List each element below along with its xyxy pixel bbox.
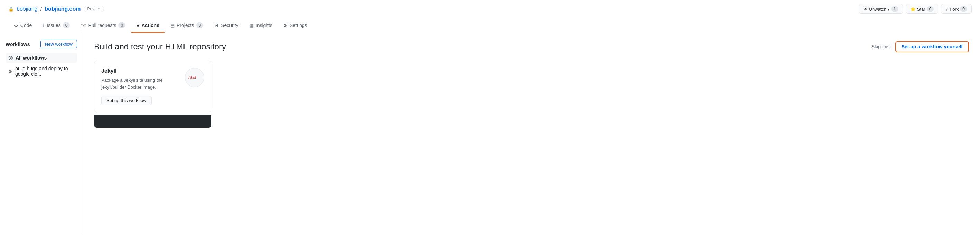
sidebar-item-build-hugo[interactable]: build hugo and deploy to google clo... (6, 64, 77, 79)
tab-issues[interactable]: Issues 0 (37, 18, 75, 33)
actions-icon (137, 22, 139, 28)
workflow-icon (8, 69, 13, 74)
eye-icon (863, 6, 868, 12)
skip-text: Skip this: (872, 44, 891, 50)
svg-text:Jekyll: Jekyll (188, 76, 196, 79)
security-icon (214, 22, 219, 28)
tab-settings[interactable]: Settings (278, 18, 313, 33)
main-layout: Workflows New workflow All workflows bui… (0, 33, 980, 233)
unwatch-button[interactable]: Unwatch 1 (859, 4, 903, 14)
fork-button[interactable]: Fork 0 (941, 4, 972, 14)
code-icon (14, 22, 18, 28)
all-workflows-label: All workflows (16, 55, 47, 61)
tab-security[interactable]: Security (209, 18, 244, 33)
tab-insights-label: Insights (256, 22, 272, 28)
repo-identity: bobjiang / bobjiang.com Private (8, 6, 104, 13)
jekyll-logo-svg: Jekyll (188, 74, 202, 82)
projects-icon (170, 22, 175, 28)
star-count: 0 (927, 6, 934, 12)
repo-separator: / (40, 6, 42, 13)
repo-name-link[interactable]: bobjiang.com (45, 6, 81, 12)
sidebar: Workflows New workflow All workflows bui… (0, 33, 83, 233)
tab-actions[interactable]: Actions (131, 18, 165, 33)
new-workflow-button[interactable]: New workflow (40, 40, 77, 48)
page-title: Build and test your HTML repository (94, 42, 226, 51)
workflow-card-info: Jekyll Package a Jekyll site using the j… (101, 68, 185, 105)
fork-count: 0 (960, 6, 967, 12)
pr-badge: 0 (118, 22, 126, 28)
topbar: bobjiang / bobjiang.com Private Unwatch … (0, 0, 980, 18)
fork-label: Fork (950, 6, 959, 12)
private-badge: Private (84, 6, 104, 13)
settings-icon (283, 22, 288, 28)
card-dark-stripe (94, 115, 212, 128)
tab-insights[interactable]: Insights (244, 18, 278, 33)
repo-owner-link[interactable]: bobjiang (17, 6, 38, 12)
sidebar-item-all-workflows[interactable]: All workflows (6, 53, 77, 63)
all-workflows-icon (8, 54, 13, 61)
tab-code-label: Code (21, 22, 32, 28)
workflow-card-jekyll: Jekyll Package a Jekyll site using the j… (94, 61, 212, 112)
set-up-workflow-button[interactable]: Set up this workflow (101, 96, 152, 105)
lock-icon (8, 6, 14, 12)
sidebar-header: Workflows New workflow (6, 40, 77, 48)
pr-icon (81, 22, 86, 28)
tab-projects-label: Projects (177, 22, 194, 28)
tab-projects[interactable]: Projects 0 (165, 18, 209, 33)
tab-pull-requests[interactable]: Pull requests 0 (75, 18, 131, 33)
jekyll-logo: Jekyll (185, 68, 204, 87)
dropdown-icon (888, 6, 890, 12)
repo-actions: Unwatch 1 Star 0 Fork 0 (859, 4, 972, 14)
unwatch-count: 1 (891, 6, 899, 12)
projects-badge: 0 (196, 22, 204, 28)
tab-code[interactable]: Code (8, 18, 37, 33)
tab-pr-label: Pull requests (88, 22, 116, 28)
tab-security-label: Security (221, 22, 239, 28)
star-button[interactable]: Star 0 (906, 4, 939, 14)
issues-badge: 0 (63, 22, 70, 28)
star-label: Star (917, 6, 925, 12)
sidebar-title: Workflows (6, 42, 30, 47)
tab-actions-label: Actions (142, 22, 159, 28)
workflow-description: Package a Jekyll site using the jekyll/b… (101, 77, 179, 90)
workflow-name: Jekyll (101, 68, 179, 74)
build-hugo-label: build hugo and deploy to google clo... (15, 66, 74, 77)
insights-icon (250, 22, 254, 28)
star-icon (910, 6, 916, 12)
fork-icon (945, 6, 948, 12)
tab-issues-label: Issues (47, 22, 60, 28)
setup-yourself-button[interactable]: Set up a workflow yourself (895, 41, 969, 52)
nav-tabs: Code Issues 0 Pull requests 0 Actions Pr… (0, 18, 980, 33)
skip-area: Skip this: Set up a workflow yourself (872, 41, 969, 52)
unwatch-label: Unwatch (869, 6, 887, 12)
content-header: Build and test your HTML repository Skip… (94, 41, 969, 52)
issues-icon (43, 22, 45, 28)
main-content: Build and test your HTML repository Skip… (83, 33, 980, 233)
tab-settings-label: Settings (290, 22, 307, 28)
